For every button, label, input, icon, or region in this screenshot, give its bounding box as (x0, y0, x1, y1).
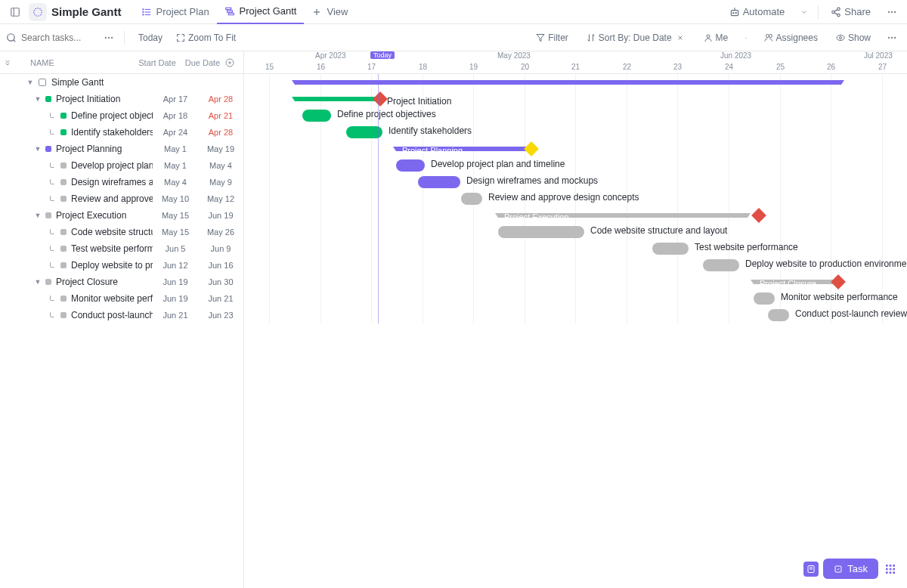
start-date-cell[interactable]: Jun 21 (153, 311, 198, 320)
new-task-button[interactable]: Task (823, 559, 878, 579)
task-row[interactable]: ▼Project ClosureJun 19Jun 30 (0, 274, 243, 290)
start-date-cell[interactable]: Apr 24 (153, 128, 198, 137)
search-input[interactable] (21, 32, 97, 43)
assignees-button[interactable]: Assignees (758, 29, 824, 46)
start-date-cell[interactable]: Apr 18 (153, 111, 198, 120)
apps-icon[interactable] (883, 562, 898, 577)
gantt-bar[interactable] (295, 80, 841, 85)
gantt-bar[interactable]: Conduct post-launch review (768, 309, 789, 321)
me-button[interactable]: Me (698, 29, 735, 46)
add-view-button[interactable]: View (304, 0, 355, 24)
due-date-cell[interactable]: May 19 (198, 144, 243, 153)
start-date-cell[interactable]: Jun 19 (153, 294, 198, 303)
expand-collapse-icon[interactable] (3, 58, 12, 67)
due-date-cell[interactable]: Apr 28 (198, 94, 243, 104)
gantt-bar[interactable]: Define project objectives (302, 110, 331, 122)
collapse-caret-icon[interactable]: ▼ (33, 211, 42, 220)
svg-point-8 (142, 14, 143, 14)
due-date-cell[interactable]: May 12 (198, 194, 243, 203)
sort-button[interactable]: Sort By: Due Date (580, 29, 692, 46)
search-more-icon[interactable] (100, 29, 118, 47)
sort-clear-icon[interactable] (675, 32, 686, 43)
zoom-to-fit-button[interactable]: Zoom To Fit (170, 29, 242, 46)
due-date-cell[interactable]: Jun 21 (198, 294, 243, 303)
due-date-cell[interactable]: May 26 (198, 227, 243, 237)
collapse-caret-icon[interactable]: ▼ (33, 144, 42, 153)
task-row[interactable]: Design wireframes and mockupsMay 4May 9 (0, 174, 243, 190)
filter-button[interactable]: Filter (530, 29, 574, 46)
task-row[interactable]: Review and approve design conceptsMay 10… (0, 190, 243, 207)
gantt-bar[interactable]: Develop project plan and timeline (396, 159, 425, 172)
task-row[interactable]: ▼Project ExecutionMay 15Jun 19 (0, 207, 243, 224)
due-date-cell[interactable]: May 9 (198, 178, 243, 187)
gantt-bar[interactable]: Test website performance (652, 243, 689, 255)
share-button[interactable]: Share (825, 3, 877, 20)
start-date-cell[interactable]: May 4 (153, 178, 198, 187)
milestone-icon[interactable] (831, 274, 846, 289)
gantt-bar[interactable]: Code website structure and layout (498, 226, 584, 238)
gantt-bar[interactable]: Project Execution (498, 213, 748, 218)
start-date-cell[interactable]: May 15 (153, 211, 198, 220)
toolbar-more-icon[interactable] (883, 29, 901, 47)
gantt-bar[interactable]: Identify stakeholders (346, 126, 382, 138)
sidebar-toggle-icon[interactable] (6, 3, 24, 21)
due-date-cell[interactable]: Apr 21 (198, 111, 243, 120)
tab-project-gantt[interactable]: Project Gantt (217, 0, 305, 24)
task-row[interactable]: ▼Project PlanningMay 1May 19 (0, 141, 243, 157)
search-icon[interactable] (6, 32, 17, 43)
task-row[interactable]: Develop project plan and timelineMay 1Ma… (0, 157, 243, 174)
start-date-cell[interactable]: Jun 12 (153, 261, 198, 270)
column-name[interactable]: NAME (0, 58, 135, 67)
due-date-cell[interactable]: Jun 9 (198, 244, 243, 253)
divider (124, 31, 125, 45)
due-date-cell[interactable]: Apr 28 (198, 128, 243, 137)
due-date-cell[interactable]: Jun 23 (198, 311, 243, 320)
task-row[interactable]: ▼Project InitiationApr 17Apr 28 (0, 91, 243, 107)
automate-button[interactable]: Automate (723, 3, 791, 20)
gantt-bar[interactable]: Project Closure (754, 280, 841, 284)
column-start[interactable]: Start Date (135, 58, 180, 67)
column-due[interactable]: Due Date (180, 58, 225, 67)
due-date-cell[interactable]: Jun 16 (198, 261, 243, 270)
gantt-bar[interactable]: Monitor website performance (754, 292, 775, 305)
gantt-bar[interactable]: Deploy website to production environment (703, 259, 739, 271)
task-row[interactable]: Deploy website to production environment… (0, 257, 243, 274)
task-row[interactable]: ▼Simple Gantt (0, 74, 243, 91)
start-date-cell[interactable]: May 15 (153, 227, 198, 237)
svg-rect-57 (890, 571, 892, 574)
chart-body[interactable]: Project InitiationDefine project objecti… (244, 74, 907, 323)
start-date-cell[interactable]: Jun 19 (153, 277, 198, 286)
gantt-bar[interactable]: Project Initiation (295, 97, 381, 101)
gantt-bar[interactable]: Design wireframes and mockups (418, 176, 460, 188)
show-button[interactable]: Show (830, 29, 877, 46)
start-date-cell[interactable]: May 1 (153, 161, 198, 170)
task-row[interactable]: Define project objectivesApr 18Apr 21 (0, 107, 243, 124)
task-row[interactable]: Conduct post-launch reviewJun 21Jun 23 (0, 307, 243, 323)
collapse-caret-icon[interactable]: ▼ (33, 94, 42, 104)
notepad-button[interactable] (803, 562, 819, 577)
more-menu-icon[interactable] (883, 3, 901, 21)
collapse-caret-icon[interactable]: ▼ (26, 78, 35, 87)
milestone-icon[interactable] (373, 91, 388, 107)
milestone-icon[interactable] (524, 141, 539, 156)
due-date-cell[interactable]: Jun 19 (198, 211, 243, 220)
start-date-cell[interactable]: May 10 (153, 194, 198, 203)
gantt-bar[interactable]: Project Planning (396, 147, 532, 151)
gantt-bar[interactable]: Review and approve design concepts (461, 193, 482, 205)
automate-dropdown-icon[interactable] (797, 5, 812, 20)
task-row[interactable]: Identify stakeholdersApr 24Apr 28 (0, 124, 243, 141)
add-column-button[interactable] (225, 58, 243, 67)
status-dot (45, 279, 51, 285)
task-row[interactable]: Code website structure and layoutMay 15M… (0, 224, 243, 240)
task-row[interactable]: Monitor website performanceJun 19Jun 21 (0, 290, 243, 307)
due-date-cell[interactable]: May 4 (198, 161, 243, 170)
milestone-icon[interactable] (751, 208, 766, 223)
due-date-cell[interactable]: Jun 30 (198, 277, 243, 286)
start-date-cell[interactable]: Apr 17 (153, 94, 198, 104)
start-date-cell[interactable]: Jun 5 (153, 244, 198, 253)
collapse-caret-icon[interactable]: ▼ (33, 277, 42, 286)
task-row[interactable]: Test website performanceJun 5Jun 9 (0, 240, 243, 257)
start-date-cell[interactable]: May 1 (153, 144, 198, 153)
tab-project-plan[interactable]: Project Plan (134, 0, 217, 24)
today-button[interactable]: Today (131, 29, 170, 46)
